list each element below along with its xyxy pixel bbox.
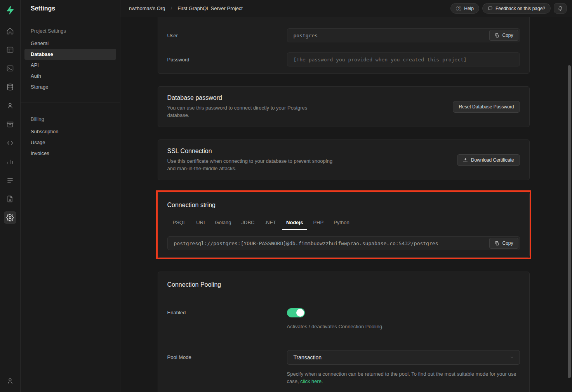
click-here-link[interactable]: click here. xyxy=(300,378,323,384)
copy-connection-string-button[interactable]: Copy xyxy=(489,238,518,249)
tab-psql[interactable]: PSQL xyxy=(169,220,190,230)
tab-jdbc[interactable]: JDBC xyxy=(238,220,259,230)
bell-icon xyxy=(558,6,563,11)
database-password-title: Database password xyxy=(167,94,323,101)
database-password-text: Database password You can use this passw… xyxy=(167,94,323,119)
topbar-actions: Help Feedback on this page? xyxy=(450,3,567,14)
help-button[interactable]: Help xyxy=(450,3,479,14)
sidebar-item-auth[interactable]: Auth xyxy=(24,71,116,82)
pooling-toggle[interactable] xyxy=(287,308,305,317)
main-area: nwthomas's Org / First GraphQL Server Pr… xyxy=(120,0,572,392)
password-label: Password xyxy=(167,57,287,63)
pooling-enabled-description: Activates / deactivates Connection Pooli… xyxy=(287,323,520,330)
supabase-logo[interactable] xyxy=(4,4,16,16)
sidebar-item-usage[interactable]: Usage xyxy=(24,137,116,148)
connection-string-field: Copy xyxy=(167,236,520,250)
tab-dotnet[interactable]: .NET xyxy=(261,220,280,230)
sidebar-item-database[interactable]: Database xyxy=(24,49,116,60)
settings-sidebar: Settings Project Settings General Databa… xyxy=(21,0,120,392)
copy-connection-string-label: Copy xyxy=(502,240,513,246)
database-password-card: Database password You can use this passw… xyxy=(158,86,530,127)
database-password-description: You can use this password to connect dir… xyxy=(167,104,323,119)
sidebar-item-invoices[interactable]: Invoices xyxy=(24,148,116,159)
toggle-knob xyxy=(296,309,304,317)
content-scroll-area: User Copy Password xyxy=(120,17,567,392)
supabase-bolt-icon xyxy=(5,5,15,15)
billing-list: Subscription Usage Invoices xyxy=(21,126,120,159)
tab-nodejs[interactable]: Nodejs xyxy=(282,220,307,230)
copy-icon xyxy=(494,241,499,246)
user-input[interactable] xyxy=(287,28,520,42)
download-icon xyxy=(463,157,468,162)
pool-mode-description: Specify when a connection can be returne… xyxy=(287,370,520,385)
sidebar-item-general[interactable]: General xyxy=(24,38,116,49)
logs-icon[interactable] xyxy=(4,174,16,186)
settings-gear-icon[interactable] xyxy=(4,211,16,224)
breadcrumb-org[interactable]: nwthomas's Org xyxy=(129,5,165,11)
ssl-connection-card: SSL Connection Use this certificate when… xyxy=(158,139,530,180)
section-header-project-settings: Project Settings xyxy=(21,26,120,36)
tab-php[interactable]: PHP xyxy=(309,220,327,230)
help-label: Help xyxy=(464,6,474,11)
password-input[interactable] xyxy=(287,52,520,66)
copy-user-button[interactable]: Copy xyxy=(489,30,518,41)
tab-python[interactable]: Python xyxy=(330,220,353,230)
sidebar-divider xyxy=(21,103,120,103)
sidebar-item-storage[interactable]: Storage xyxy=(24,82,116,92)
scrollbar-thumb[interactable] xyxy=(568,65,571,378)
home-icon[interactable] xyxy=(4,25,16,37)
topbar: nwthomas's Org / First GraphQL Server Pr… xyxy=(120,0,572,17)
pooling-enabled-field: Activates / deactivates Connection Pooli… xyxy=(287,308,520,330)
tab-golang[interactable]: Golang xyxy=(211,220,235,230)
user-label: User xyxy=(167,33,287,38)
download-certificate-label: Download Certificate xyxy=(471,157,514,163)
connection-string-input[interactable] xyxy=(167,236,520,250)
storage-icon[interactable] xyxy=(4,118,16,131)
user-row: User Copy xyxy=(167,28,520,42)
connection-string-title: Connection string xyxy=(167,202,520,209)
breadcrumb-project[interactable]: First GraphQL Server Project xyxy=(177,5,243,11)
pool-mode-select[interactable]: Transaction xyxy=(287,350,520,365)
docs-icon[interactable] xyxy=(4,193,16,205)
reset-database-password-button[interactable]: Reset Database Password xyxy=(453,101,520,113)
notifications-button[interactable] xyxy=(554,3,567,14)
password-row: Password xyxy=(167,52,520,66)
sidebar-item-subscription[interactable]: Subscription xyxy=(24,126,116,137)
connection-info-card: User Copy Password xyxy=(158,17,530,74)
connection-string-tabs: PSQL URI Golang JDBC .NET Nodejs PHP Pyt… xyxy=(167,220,520,230)
pool-mode-value: Transaction xyxy=(294,354,322,361)
sidebar-item-api[interactable]: API xyxy=(24,60,116,71)
tab-uri[interactable]: URI xyxy=(192,220,209,230)
ssl-text: SSL Connection Use this certificate when… xyxy=(167,148,338,172)
feedback-label: Feedback on this page? xyxy=(496,6,545,11)
card-divider xyxy=(158,339,529,339)
connection-pooling-title: Connection Pooling xyxy=(167,281,520,288)
annotation-highlight: Connection string PSQL URI Golang JDBC .… xyxy=(156,190,531,259)
pool-mode-field: Transaction Specify when a connection ca… xyxy=(287,350,520,385)
download-certificate-button[interactable]: Download Certificate xyxy=(457,154,520,166)
sql-editor-icon[interactable] xyxy=(4,62,16,75)
password-field xyxy=(287,52,520,66)
nav-rail xyxy=(0,0,21,392)
connection-string-card: Connection string PSQL URI Golang JDBC .… xyxy=(158,192,530,258)
feedback-button[interactable]: Feedback on this page? xyxy=(482,3,551,14)
sidebar-title: Settings xyxy=(21,0,120,17)
app-root: Settings Project Settings General Databa… xyxy=(0,0,572,392)
project-settings-list: General Database API Auth Storage xyxy=(21,38,120,92)
auth-users-icon[interactable] xyxy=(4,99,16,112)
edge-functions-icon[interactable] xyxy=(4,137,16,149)
database-icon[interactable] xyxy=(4,81,16,93)
sidebar-body: Project Settings General Database API Au… xyxy=(21,17,120,159)
pooling-enabled-label: Enabled xyxy=(167,308,287,317)
reports-icon[interactable] xyxy=(4,155,16,168)
section-header-billing: Billing xyxy=(21,115,120,124)
table-editor-icon[interactable] xyxy=(4,44,16,56)
reset-database-password-label: Reset Database Password xyxy=(459,104,514,110)
pool-mode-label: Pool Mode xyxy=(167,350,287,365)
copy-user-label: Copy xyxy=(502,33,513,38)
account-icon[interactable] xyxy=(4,375,16,387)
chevron-down-icon xyxy=(509,355,514,360)
card-divider xyxy=(158,297,529,297)
breadcrumb: nwthomas's Org / First GraphQL Server Pr… xyxy=(129,5,243,11)
chat-bubble-icon xyxy=(488,6,493,11)
